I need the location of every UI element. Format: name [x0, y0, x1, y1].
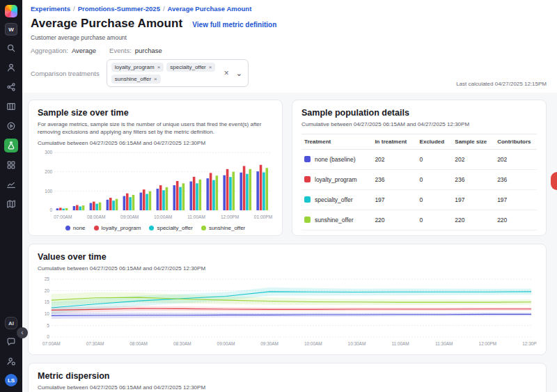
breadcrumb: Experiments / Promotions-Summer-2025 / A…: [31, 5, 547, 13]
svg-text:09:00AM: 09:00AM: [120, 214, 139, 219]
table-cell: 202: [452, 150, 494, 170]
breadcrumb-experiment-name[interactable]: Promotions-Summer-2025: [78, 5, 160, 13]
aggregation-row: Aggregation: Average Events: purchase: [31, 47, 547, 54]
legend-item[interactable]: none: [65, 225, 86, 231]
remove-tag-icon[interactable]: ×: [209, 64, 212, 70]
clear-selection-icon[interactable]: ×: [224, 68, 229, 78]
page-header: Experiments / Promotions-Summer-2025 / A…: [22, 0, 557, 93]
legend-label: none: [73, 225, 86, 231]
svg-text:0: 0: [47, 334, 49, 339]
svg-text:12:30PM: 12:30PM: [522, 341, 537, 346]
remove-tag-icon[interactable]: ×: [157, 64, 161, 70]
app-logo[interactable]: [5, 5, 17, 17]
events-value: purchase: [135, 47, 162, 54]
svg-text:0: 0: [50, 207, 53, 212]
table-cell: 197: [452, 190, 494, 210]
treatment-name: sunshine_offer: [315, 217, 354, 224]
treatment-name: loyalty_program: [315, 176, 356, 183]
breadcrumb-experiments[interactable]: Experiments: [31, 5, 70, 13]
values-title: Values over time: [38, 252, 537, 262]
legend-dot: [65, 226, 70, 230]
remove-tag-icon[interactable]: ×: [154, 76, 157, 82]
trend-line-icon[interactable]: [4, 178, 18, 191]
nodes-icon[interactable]: [4, 80, 18, 94]
svg-text:08:00AM: 08:00AM: [87, 214, 105, 219]
table-header-row: TreatmentIn treatmentExcludedSample size…: [301, 134, 537, 150]
columns-icon[interactable]: [4, 100, 18, 113]
treatment-tag[interactable]: sunshine_offer×: [111, 75, 161, 84]
ai-badge[interactable]: AI: [5, 317, 17, 329]
comparison-treatments-select[interactable]: loyalty_program×specialty_offer×sunshine…: [107, 59, 249, 87]
values-over-time-card: Values over time Cumulative between 04/2…: [28, 244, 547, 355]
svg-text:12:00PM: 12:00PM: [479, 341, 497, 346]
treatment-tag[interactable]: loyalty_program×: [111, 63, 164, 72]
svg-text:300: 300: [45, 150, 52, 155]
legend-item[interactable]: sunshine_offer: [201, 225, 245, 231]
breadcrumb-separator: /: [163, 5, 165, 13]
svg-text:07:30AM: 07:30AM: [86, 341, 104, 346]
svg-text:01:00PM: 01:00PM: [254, 214, 272, 219]
table-cell: 0: [417, 190, 453, 210]
svg-text:10:00AM: 10:00AM: [304, 341, 322, 346]
table-cell: 236: [452, 170, 494, 190]
sample-size-bar-chart: 010020030007:00AM08:00AM09:00AM10:00AM11…: [38, 150, 273, 224]
treatment-color-swatch: [304, 176, 311, 182]
svg-text:10: 10: [45, 311, 50, 316]
metric-description: Customer average purchase amount: [31, 34, 547, 41]
table-cell: 220: [494, 210, 537, 230]
treatment-color-swatch: [304, 156, 311, 162]
treatment-name: none (baseline): [315, 156, 356, 163]
last-calculated: Last calculated 04/27/2025 12:15PM: [456, 81, 547, 87]
svg-text:10:00AM: 10:00AM: [154, 214, 172, 219]
table-cell: 220: [372, 210, 416, 230]
legend-item[interactable]: loyalty_program: [94, 225, 141, 231]
table-cell: 0: [417, 150, 453, 170]
treatment-tag[interactable]: specialty_offer×: [166, 63, 215, 72]
page-title: Average Purchase Amount: [31, 17, 182, 31]
chevron-down-icon[interactable]: ⌄: [235, 69, 244, 78]
main-area: Experiments / Promotions-Summer-2025 / A…: [22, 0, 557, 392]
treatment-name: specialty_offer: [315, 196, 353, 203]
feedback-tab[interactable]: [551, 172, 557, 190]
grid-icon[interactable]: [4, 158, 18, 172]
svg-text:07:00AM: 07:00AM: [54, 214, 72, 219]
legend-item[interactable]: specialty_offer: [149, 225, 192, 231]
svg-text:100: 100: [45, 188, 52, 193]
svg-text:200: 200: [45, 169, 52, 174]
chat-bubble-icon[interactable]: [4, 335, 18, 349]
breadcrumb-separator: /: [73, 5, 75, 13]
breadcrumb-metric-name[interactable]: Average Purchase Amount: [168, 5, 252, 13]
table-row: specialty_offer1970197197: [301, 190, 537, 210]
comparison-treatments-label: Comparison treatments: [31, 70, 100, 77]
dispersion-title: Metric dispersion: [38, 371, 537, 381]
table-cell: 197: [494, 190, 537, 210]
legend-label: sunshine_offer: [209, 225, 245, 231]
aggregation-value: Average: [72, 47, 96, 54]
search-icon[interactable]: [4, 41, 18, 55]
sample-size-title: Sample size over time: [38, 108, 273, 118]
svg-text:11:00AM: 11:00AM: [187, 214, 205, 219]
table-cell: 236: [372, 170, 416, 190]
map-icon[interactable]: [4, 197, 18, 211]
svg-text:12:00PM: 12:00PM: [221, 214, 239, 219]
user-icon[interactable]: [4, 61, 18, 75]
svg-text:5: 5: [47, 323, 49, 328]
view-metric-definition-link[interactable]: View full metric definition: [192, 21, 276, 29]
experiments-flask-icon[interactable]: [4, 139, 18, 152]
workspace-badge[interactable]: W: [5, 23, 17, 36]
comparison-row: Comparison treatments loyalty_program×sp…: [31, 59, 547, 87]
user-badge[interactable]: LS: [5, 374, 17, 386]
user-settings-icon[interactable]: [4, 354, 18, 368]
sidebar-collapse-handle[interactable]: ‹: [17, 327, 28, 338]
population-details-card: Sample population details Cumulative bet…: [292, 100, 547, 236]
app-root: W AI: [0, 0, 557, 392]
table-row: sunshine_offer2200220220: [301, 210, 537, 230]
play-circle-icon[interactable]: [4, 119, 18, 133]
table-cell: 197: [372, 190, 416, 210]
svg-text:11:30AM: 11:30AM: [435, 341, 453, 346]
population-table: TreatmentIn treatmentExcludedSample size…: [301, 134, 537, 230]
treatment-color-swatch: [304, 196, 311, 203]
table-cell: 220: [452, 210, 494, 230]
sample-size-description: For average metrics, sample size is the …: [38, 121, 273, 136]
table-cell: 202: [494, 150, 537, 170]
